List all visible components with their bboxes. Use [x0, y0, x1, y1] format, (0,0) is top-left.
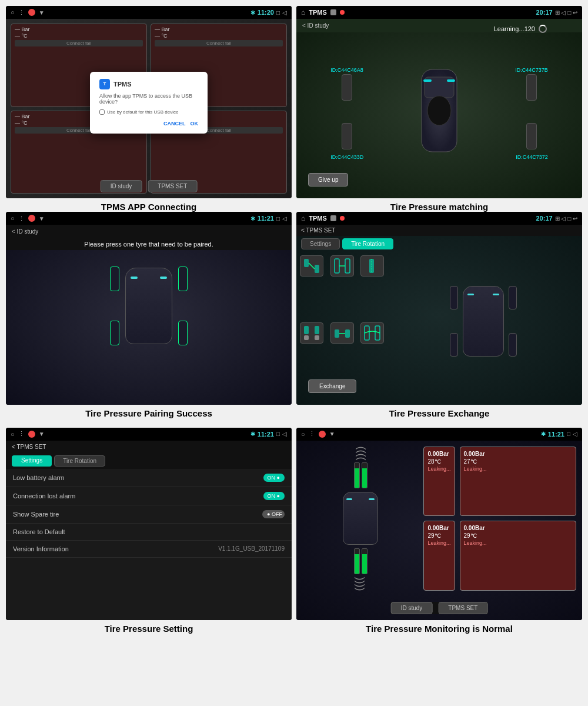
s4-dot-icon — [340, 216, 345, 221]
s6-rr-bar: 0.00Bar — [464, 525, 572, 531]
s5-version-label: Version Information — [13, 545, 69, 552]
s3-light-fl — [131, 277, 138, 279]
s4-tab-rotation[interactable]: Tire Rotation — [342, 238, 393, 249]
s2-home-icon: ⌂ — [301, 8, 305, 16]
s6-batt-rr-fill — [362, 554, 367, 574]
s6-fr-status: Leaking... — [464, 466, 572, 472]
s4-tire-fr — [509, 286, 517, 309]
s5-content: < TPMS SET Settings Tire Rotation Low ba… — [6, 441, 292, 620]
s2-car — [413, 66, 466, 155]
screen3: ○ ⋮ ▼ ✱ 11:21 □ ◁ < ID study Please pres… — [6, 212, 292, 404]
screen2: ⌂ TPMS 20:17 ⊞ ◁ □ ↩ < ID study Learning… — [296, 6, 582, 198]
s5-low-battery-toggle[interactable]: ON ● — [263, 474, 285, 482]
s5-connection-lost-row: Connection lost alarm ON ● — [6, 487, 292, 505]
s2-spinner — [539, 25, 547, 33]
s6-car-light-fl — [346, 498, 352, 500]
screen2-cell: ⌂ TPMS 20:17 ⊞ ◁ □ ↩ < ID study Learning… — [296, 6, 582, 212]
dialog-buttons: CANCEL OK — [99, 121, 198, 126]
s6-topbar: ○ ⋮ ▼ ✱ 11:21 □ ◁ — [296, 428, 582, 441]
s1-id-study-button[interactable]: ID study — [101, 180, 142, 192]
s2-rr-id: ID:C44C7372 — [516, 123, 548, 161]
s1-tpms-set-button[interactable]: TPMS SET — [148, 180, 197, 192]
s1-back-icon: ◁ — [282, 9, 287, 16]
screen1-cell: ○ ⋮ ▼ ✱ 11:20 □ ◁ — Bar — °C Con — [6, 6, 292, 212]
s3-tire-fr — [178, 267, 188, 291]
s5-tab-rotation[interactable]: Tire Rotation — [54, 455, 105, 467]
s3-car-area — [110, 267, 188, 345]
s4-left-tires — [450, 286, 458, 357]
s1-dialog: T TPMS Allow the app TPMS to access the … — [90, 72, 208, 134]
s4-rot-icon-4[interactable] — [300, 322, 323, 344]
s4-rot-icon-2[interactable] — [330, 255, 354, 277]
svg-point-2 — [427, 96, 451, 125]
s6-rl-temp: 29℃ — [427, 532, 450, 539]
s4-rotation-icons — [300, 255, 388, 387]
svg-rect-4 — [447, 79, 455, 82]
s5-version-value: V1.1.1G_USB_20171109 — [218, 545, 285, 552]
s4-home-icon: ⌂ — [301, 214, 305, 222]
s5-tab-settings[interactable]: Settings — [12, 455, 52, 467]
dialog-cancel-button[interactable]: CANCEL — [163, 121, 186, 126]
s3-time: 11:21 — [258, 215, 274, 222]
dialog-checkbox-row: Use by default for this USB device — [99, 109, 198, 115]
dialog-checkbox[interactable] — [99, 109, 105, 115]
s5-connection-lost-label: Connection lost alarm — [13, 492, 75, 499]
svg-rect-8 — [345, 259, 350, 273]
s6-circle-icon: ○ — [301, 431, 305, 438]
s1-menu-icon: ⋮ — [18, 9, 25, 16]
s5-restore-row[interactable]: Restore to Default — [6, 524, 292, 541]
s6-car-light-fr — [369, 498, 375, 500]
s6-car — [343, 492, 378, 545]
screen1: ○ ⋮ ▼ ✱ 11:20 □ ◁ — Bar — °C Con — [6, 6, 292, 198]
s6-tire-fr-box: 0.00Bar 27℃ Leaking... — [460, 447, 576, 517]
s5-spare-tire-toggle[interactable]: ● OFF — [262, 510, 285, 518]
s5-spare-tire-label: Show Spare tire — [13, 511, 59, 518]
s6-tpms-set-button[interactable]: TPMS SET — [438, 602, 487, 614]
s4-rec-icon — [330, 215, 336, 221]
s4-tire-rl — [450, 333, 458, 357]
screen3-cell: ○ ⋮ ▼ ✱ 11:21 □ ◁ < ID study Please pres… — [6, 212, 292, 418]
s4-light-fl — [467, 294, 474, 295]
s6-rr-status: Leaking... — [464, 540, 572, 546]
s2-fr-id: ID:C44C737B — [515, 64, 548, 101]
s4-light-fr — [493, 294, 499, 295]
svg-rect-6 — [315, 265, 319, 273]
s1-topbar: ○ ⋮ ▼ ✱ 11:20 □ ◁ — [6, 6, 292, 19]
s4-caption: Tire Pressure Exchange — [389, 408, 490, 418]
dialog-tpms-icon: T — [99, 79, 110, 89]
s6-batt-rr — [362, 548, 368, 574]
s2-time: 20:17 — [536, 9, 552, 16]
s4-car-with-tires — [450, 286, 517, 357]
tire-fr-status: Connect fail — [155, 40, 283, 46]
s4-tire-fl — [450, 286, 458, 309]
s4-rot-icon-1[interactable] — [300, 255, 323, 277]
s6-batt-fl — [354, 462, 360, 488]
s6-rl-status: Leaking... — [427, 540, 450, 546]
s6-monitor-grid: 0.00Bar 28℃ Leaking... )))) — [302, 447, 576, 591]
s4-tab-settings[interactable]: Settings — [301, 238, 340, 249]
s2-rec-icon — [330, 9, 336, 15]
s4-rot-icon-6[interactable] — [360, 322, 384, 344]
s6-id-study-button[interactable]: ID study — [391, 602, 433, 614]
s2-rl-id: ID:C44C433D — [330, 123, 363, 161]
s4-rot-icon-3[interactable] — [360, 255, 384, 277]
s4-exchange-button[interactable]: Exchange — [308, 379, 356, 393]
svg-rect-15 — [345, 329, 350, 338]
s2-give-up-button[interactable]: Give up — [308, 173, 348, 187]
dialog-ok-button[interactable]: OK — [191, 121, 199, 126]
s6-center-col: )))) — [302, 447, 419, 591]
s3-car — [125, 268, 172, 344]
s6-caption: Tire Pressure Monitoring is Normal — [366, 624, 513, 634]
dialog-title: TPMS — [113, 81, 132, 88]
s2-fl-id: ID:C44C46A8 — [330, 64, 363, 101]
s1-signal-icon: ▼ — [39, 9, 45, 16]
dialog-checkbox-label: Use by default for this USB device — [107, 109, 178, 115]
s6-bt-icon: ✱ — [541, 431, 546, 437]
s6-signal-icon: ▼ — [329, 431, 335, 437]
s5-connection-lost-toggle[interactable]: ON ● — [263, 492, 285, 500]
s3-tire-rl — [110, 321, 119, 345]
s4-car-area — [388, 255, 579, 387]
s4-rot-icon-5[interactable] — [330, 322, 354, 344]
s6-fl-bar: 0.00Bar — [427, 451, 450, 457]
s3-light-fr — [160, 277, 167, 279]
